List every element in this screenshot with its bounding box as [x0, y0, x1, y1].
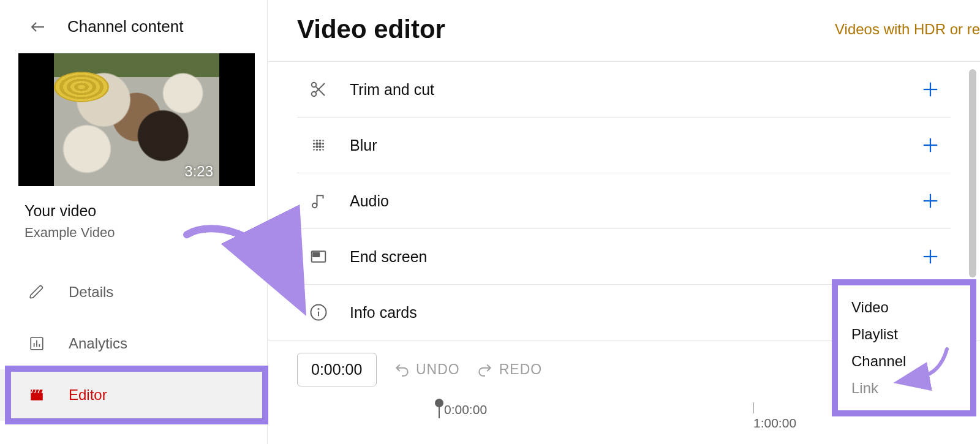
- scissors-icon: [308, 79, 329, 100]
- tick-label: 1:00:00: [753, 416, 796, 431]
- pencil-icon: [28, 284, 45, 301]
- undo-button[interactable]: UNDO: [394, 361, 460, 378]
- tool-row-endscreen[interactable]: End screen: [297, 229, 951, 285]
- tool-label: Audio: [350, 192, 389, 210]
- sidebar-item-details[interactable]: Details: [0, 266, 267, 318]
- tool-row-blur[interactable]: Blur: [297, 118, 951, 173]
- svg-point-5: [312, 83, 317, 88]
- infocards-option-link[interactable]: Link: [851, 375, 959, 402]
- svg-point-13: [319, 140, 321, 141]
- redo-label: REDO: [499, 361, 542, 378]
- svg-point-6: [312, 92, 317, 97]
- redo-button[interactable]: REDO: [477, 361, 542, 378]
- current-time-input[interactable]: 0:00:00: [297, 353, 377, 386]
- svg-point-16: [315, 142, 318, 145]
- sidebar-item-label: Editor: [69, 386, 107, 404]
- hdr-info-link[interactable]: Videos with HDR or re: [835, 21, 980, 38]
- tool-label: End screen: [350, 248, 427, 266]
- svg-point-14: [322, 140, 324, 141]
- tick-label: 0:00:00: [444, 402, 487, 417]
- svg-point-12: [316, 140, 318, 141]
- add-blur-button[interactable]: [920, 135, 941, 156]
- clapperboard-icon: [28, 386, 45, 404]
- add-endscreen-button[interactable]: [920, 246, 941, 267]
- main: Video editor Videos with HDR or re Trim …: [268, 0, 980, 444]
- endscreen-icon: [308, 246, 329, 267]
- sidebar-item-label: Details: [69, 284, 113, 301]
- svg-point-24: [316, 149, 318, 151]
- infocards-option-video[interactable]: Video: [851, 294, 959, 321]
- undo-label: UNDO: [416, 361, 460, 378]
- svg-rect-33: [313, 253, 319, 257]
- svg-point-23: [313, 149, 315, 151]
- music-note-icon: [308, 190, 329, 211]
- thumbnail-duration: 3:23: [184, 163, 213, 180]
- analytics-icon: [28, 335, 45, 352]
- svg-point-20: [315, 145, 318, 148]
- svg-point-38: [318, 308, 320, 310]
- add-audio-button[interactable]: [920, 190, 941, 211]
- svg-point-15: [313, 143, 315, 145]
- back-arrow-icon[interactable]: [28, 20, 48, 34]
- sidebar-nav: Details Analytics Editor: [0, 266, 267, 421]
- info-icon: [308, 302, 329, 323]
- svg-point-25: [319, 149, 321, 151]
- infocards-option-playlist[interactable]: Playlist: [851, 321, 959, 348]
- svg-point-18: [322, 143, 324, 145]
- svg-point-11: [313, 140, 315, 141]
- svg-point-19: [313, 146, 315, 148]
- svg-point-17: [318, 142, 322, 145]
- svg-point-26: [322, 149, 324, 151]
- sidebar-item-label: Analytics: [69, 335, 127, 352]
- tool-row-audio[interactable]: Audio: [297, 173, 951, 229]
- sidebar: Channel content 3:23 Your video Example …: [0, 0, 268, 444]
- sidebar-item-analytics[interactable]: Analytics: [0, 318, 267, 369]
- video-title: Example Video: [24, 225, 267, 241]
- playhead-stem: [439, 407, 440, 418]
- your-video-label: Your video: [24, 202, 267, 220]
- channel-content-label: Channel content: [67, 17, 183, 36]
- svg-point-21: [318, 145, 322, 148]
- scrollbar[interactable]: [969, 69, 976, 277]
- main-header: Video editor Videos with HDR or re: [268, 0, 980, 62]
- page-title: Video editor: [297, 15, 445, 44]
- tool-row-trim[interactable]: Trim and cut: [297, 62, 951, 118]
- tool-label: Trim and cut: [350, 81, 434, 99]
- blur-icon: [308, 135, 329, 156]
- video-thumbnail[interactable]: 3:23: [18, 53, 255, 186]
- add-trim-button[interactable]: [920, 79, 941, 100]
- infocards-menu: Video Playlist Channel Link: [832, 279, 976, 416]
- tool-label: Info cards: [350, 304, 417, 322]
- svg-point-29: [312, 203, 317, 208]
- sidebar-item-editor[interactable]: Editor: [0, 369, 267, 421]
- playhead-icon[interactable]: [435, 399, 443, 407]
- svg-point-22: [322, 146, 324, 148]
- infocards-option-channel[interactable]: Channel: [851, 348, 959, 375]
- tool-label: Blur: [350, 137, 377, 154]
